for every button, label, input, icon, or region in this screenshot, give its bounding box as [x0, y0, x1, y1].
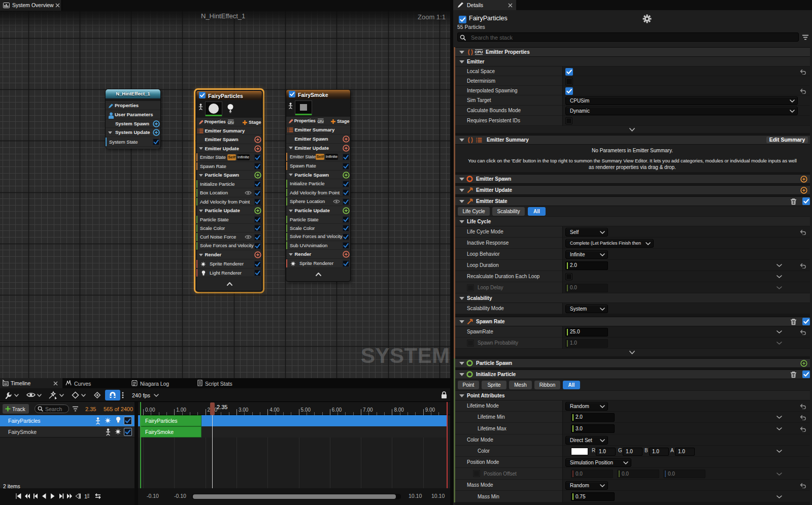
svg-text:CPU: CPU	[475, 50, 483, 54]
svg-text:CPU: CPU	[227, 121, 234, 124]
svg-text:CPU: CPU	[317, 120, 324, 123]
svg-text:1: 1	[84, 493, 87, 499]
